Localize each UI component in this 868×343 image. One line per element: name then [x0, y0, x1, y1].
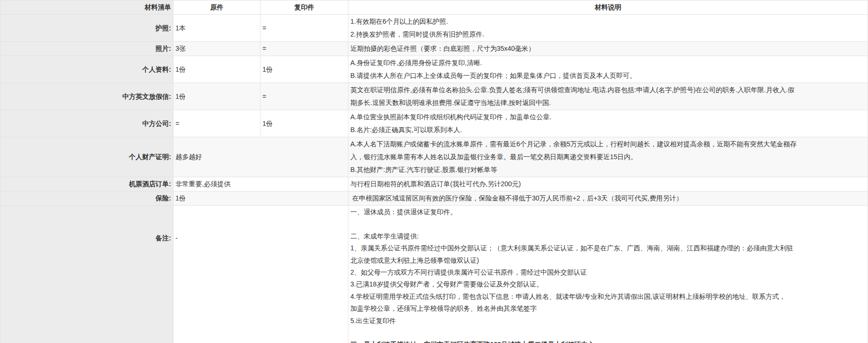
description-line: 近期拍摄的彩色证件照（要求：白底彩照，尺寸为35x40毫米）	[350, 42, 866, 55]
header-row: 材料清单 原件 复印件 材料说明	[0, 0, 868, 15]
description-line	[350, 327, 866, 339]
description-line: 入，银行流水账单需有本人姓名以及加盖银行业务章。最后一笔交易日期离递交资料要近1…	[350, 151, 866, 163]
description-line: 1、亲属关系公证书原件需经过中国外交部认证；（意大利亲属关系公证认证，如不是在广…	[350, 242, 866, 254]
table-row-personal-data: 个人资料: 1份 1份 A.身份证复印件,必须用身份证原件复印,清晰. B.请提…	[0, 56, 868, 83]
row-label: 中方公司:	[0, 110, 174, 137]
original-value: 1份	[174, 56, 260, 83]
description-line: 英文在职证明信原件,必须有单位名称抬头.公章.负责人签名;须有可供领馆查询地址.…	[350, 84, 866, 96]
table-row-passport: 护照: 1本 = 1.有效期在6个月以上的因私护照. 2.持换发护照者，需同时提…	[0, 15, 868, 42]
copy-value: 1份	[260, 110, 348, 137]
copy-value: =	[260, 83, 348, 110]
description-cell: A.单位营业执照副本复印件或组织机构代码证复印件，加盖单位公章. B.名片:必须…	[348, 110, 868, 137]
original-value: 1份	[174, 83, 260, 110]
header-copy: 复印件	[260, 0, 348, 15]
description-cell: 英文在职证明信原件,必须有单位名称抬头.公章.负责人签名;须有可供领馆查询地址.…	[348, 83, 868, 110]
description-line: 北京使馆或意大利驻上海总领事馆做双认证)	[350, 255, 866, 267]
copy-value: 1份	[260, 56, 348, 83]
requirement-value: 1份	[174, 191, 348, 206]
description-line: 一、退休成员：提供退休证复印件。	[350, 206, 866, 218]
original-value: 1本	[174, 15, 260, 42]
description-cell: 一、退休成员：提供退休证复印件。 二、未成年学生请提供: 1、亲属关系公证书原件…	[348, 206, 868, 343]
table-row-chinese-company: 中方公司: = 1份 A.单位营业执照副本复印件或组织机构代码证复印件，加盖单位…	[0, 110, 868, 137]
header-original: 原件	[174, 0, 260, 15]
description-line: 2、如父母一方或双方不同行请提供亲属许可公证书原件，需经过中国外交部认证	[350, 267, 866, 278]
header-description: 材料说明	[348, 0, 868, 15]
row-label: 备注:	[0, 206, 174, 343]
table-row-insurance: 保险: 1份 在申根国家区域逗留区间有效的医疗保险，保险金额不得低于30万人民币…	[0, 191, 868, 206]
description-line: A.单位营业执照副本复印件或组织机构代码证复印件，加盖单位公章.	[350, 111, 866, 124]
description-line: 4.学校证明需用学校正式信头纸打印，需包含以下信息：申请人姓名、就读年级/专业和…	[350, 291, 866, 303]
description-cell: A.身份证复印件,必须用身份证原件复印,清晰. B.请提供本人所在户口本上全体成…	[348, 56, 868, 83]
row-label: 护照:	[0, 15, 174, 42]
table-row-remarks: 备注: - 一、退休成员：提供退休证复印件。 二、未成年学生请提供: 1、亲属关…	[0, 206, 868, 343]
row-label: 个人财产证明:	[0, 137, 174, 177]
copy-value: =	[260, 42, 348, 56]
requirement-value: -	[174, 206, 348, 343]
requirement-value: 非常重要,必须提供	[174, 177, 348, 191]
description-cell: 在申根国家区域逗留区间有效的医疗保险，保险金额不得低于30万人民币前+2，后+3…	[348, 191, 868, 206]
description-cell: 1.有效期在6个月以上的因私护照. 2.持换发护照者，需同时提供所有旧护照原件.	[348, 15, 868, 42]
description-line: 5.出生证复印件	[350, 315, 866, 327]
description-line: 1.有效期在6个月以上的因私护照.	[350, 15, 866, 28]
row-label: 机票酒店订单:	[0, 177, 174, 191]
description-line: 2.持换发护照者，需同时提供所有旧护照原件.	[350, 28, 866, 41]
table-row-photo: 照片: 3张 = 近期拍摄的彩色证件照（要求：白底彩照，尺寸为35x40毫米）	[0, 42, 868, 56]
description-line: 3.已满18岁提供父母财产者，父母财产需要做公证及外交部认证。	[350, 278, 866, 290]
table-row-property-proof: 个人财产证明: 越多越好 A.本人名下活期账户或储蓄卡的流水账单原件，需有最近6…	[0, 137, 868, 177]
description-line: 在申根国家区域逗留区间有效的医疗保险，保险金额不得低于30万人民币前+2，后+3…	[350, 192, 866, 205]
header-materials-list: 材料清单	[0, 0, 174, 15]
requirement-value: 越多越好	[174, 137, 348, 177]
row-label: 中方英文放假信:	[0, 83, 174, 110]
original-value: =	[174, 110, 260, 137]
description-line: 加盖学校公章，还须写上学校领导的职务、姓名并由其亲笔签字	[350, 303, 866, 314]
original-value: 3张	[174, 42, 260, 56]
fingerprint-address-line: 三、意大利按手模地址：广州市天河区体育西路189号城建大厦二楼意大利签证中心	[350, 339, 866, 343]
description-line: B.其他财产:房产证.汽车行驶证.股票.银行对帐单等	[350, 163, 866, 176]
description-line: 期多长.逗留天数和说明谁承担费用.保证遵守当地法律,按时返回中国.	[350, 96, 866, 109]
table-row-ticket-hotel: 机票酒店订单: 非常重要,必须提供 与行程日期相符的机票和酒店订单(我社可代办,…	[0, 177, 868, 191]
description-cell: 近期拍摄的彩色证件照（要求：白底彩照，尺寸为35x40毫米）	[348, 42, 868, 56]
row-label: 保险:	[0, 191, 174, 206]
description-line: B.请提供本人所在户口本上全体成员每一页的复印件；如果是集体户口，提供首页及本人…	[350, 69, 866, 82]
description-cell: 与行程日期相符的机票和酒店订单(我社可代办,另计200元)	[348, 177, 868, 191]
description-line: 与行程日期相符的机票和酒店订单(我社可代办,另计200元)	[350, 178, 866, 191]
description-line	[350, 218, 866, 230]
materials-table: 材料清单 原件 复印件 材料说明 护照: 1本 = 1.有效期在6个月以上的因私…	[0, 0, 868, 343]
copy-value: =	[260, 15, 348, 42]
row-label: 个人资料:	[0, 56, 174, 83]
description-cell: A.本人名下活期账户或储蓄卡的流水账单原件，需有最近6个月记录，余额5万元或以上…	[348, 137, 868, 177]
description-line: 二、未成年学生请提供:	[350, 230, 866, 242]
description-line: A.身份证复印件,必须用身份证原件复印,清晰.	[350, 57, 866, 69]
row-label: 照片:	[0, 42, 174, 56]
description-line: A.本人名下活期账户或储蓄卡的流水账单原件，需有最近6个月记录，余额5万元或以上…	[350, 138, 866, 151]
table-row-vacation-letter: 中方英文放假信: 1份 = 英文在职证明信原件,必须有单位名称抬头.公章.负责人…	[0, 83, 868, 110]
description-line: B.名片:必须正确真实,可以联系到本人.	[350, 124, 866, 136]
